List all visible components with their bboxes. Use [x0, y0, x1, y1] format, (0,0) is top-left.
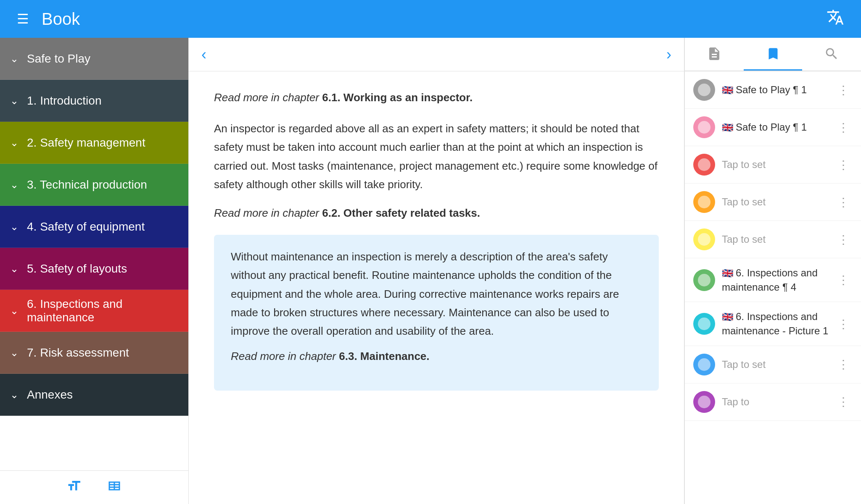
bookmark-text: 🇬🇧Safe to Play ¶ 1: [722, 120, 834, 134]
bookmark-more-button[interactable]: ⋮: [834, 395, 853, 409]
bookmark-avatar: [693, 313, 715, 335]
sidebar-item-label: 7. Risk assessment: [27, 346, 129, 360]
bookmarks-tabs: [685, 38, 861, 71]
sidebar-item-label: 3. Technical production: [27, 178, 147, 192]
chevron-icon: ⌄: [10, 95, 18, 107]
bookmark-avatar: [693, 116, 715, 138]
sidebar-item-safety-layouts[interactable]: ⌄ 5. Safety of layouts: [0, 248, 188, 290]
translate-icon[interactable]: [827, 8, 844, 30]
sidebar-item-label: 2. Safety management: [27, 136, 145, 150]
bookmark-text-muted: Tap to: [722, 395, 834, 409]
sidebar-bottom-toolbar: [0, 470, 188, 504]
sidebar-item-label: 6. Inspections and maintenance: [27, 297, 178, 324]
app-title: Book: [42, 10, 80, 29]
bookmark-text: 🇬🇧Safe to Play ¶ 1: [722, 83, 834, 97]
adjust-text-size-icon[interactable]: [66, 478, 82, 496]
chevron-icon: ⌄: [10, 179, 18, 191]
tab-bookmarks[interactable]: [744, 38, 803, 71]
chevron-icon: ⌄: [10, 263, 18, 275]
bookmark-text: 🇬🇧6. Inspections and maintenance - Pictu…: [722, 310, 834, 338]
bookmark-text-muted: Tap to set: [722, 158, 834, 172]
bookmark-more-button[interactable]: ⋮: [834, 158, 853, 172]
sidebar-item-safety-equipment[interactable]: ⌄ 4. Safety of equipment: [0, 206, 188, 248]
bookmark-item[interactable]: Tap to set ⋮: [685, 346, 861, 383]
bookmark-more-button[interactable]: ⋮: [834, 233, 853, 247]
sidebar-item-label: Safe to Play: [27, 52, 90, 66]
bookmark-item[interactable]: Tap to set ⋮: [685, 146, 861, 184]
sidebar-item-safety-management[interactable]: ⌄ 2. Safety management: [0, 122, 188, 164]
chevron-icon: ⌄: [10, 53, 18, 65]
bookmark-avatar: [693, 79, 715, 101]
sidebar-item-risk-assessment[interactable]: ⌄ 7. Risk assessment: [0, 332, 188, 374]
chevron-icon: ⌄: [10, 137, 18, 149]
bookmark-text-muted: Tap to set: [722, 195, 834, 209]
hamburger-icon[interactable]: ☰: [17, 11, 29, 27]
bookmark-more-button[interactable]: ⋮: [834, 83, 853, 97]
highlighted-paragraph: Without maintenance an inspection is mer…: [231, 247, 642, 340]
bookmark-avatar: [693, 191, 715, 213]
sidebar-item-label: 1. Introduction: [27, 94, 101, 108]
bookmark-item[interactable]: 🇬🇧6. Inspections and maintenance ¶ 4 ⋮: [685, 258, 861, 302]
sidebar-item-label: 5. Safety of layouts: [27, 262, 127, 276]
next-page-button[interactable]: ›: [666, 46, 671, 63]
sidebar-item-introduction[interactable]: ⌄ 1. Introduction: [0, 80, 188, 122]
bookmark-avatar: [693, 154, 715, 176]
tab-contents[interactable]: [685, 38, 744, 71]
sidebar-item-annexes[interactable]: ⌄ Annexes: [0, 374, 188, 416]
bookmark-item[interactable]: Tap to ⋮: [685, 383, 861, 421]
bookmark-item[interactable]: 🇬🇧Safe to Play ¶ 1 ⋮: [685, 71, 861, 109]
content-paragraph-1: An inspector is regarded above all as an…: [214, 119, 659, 194]
bookmark-more-button[interactable]: ⋮: [834, 317, 853, 331]
bookmark-avatar: [693, 269, 715, 291]
sidebar-item-technical-production[interactable]: ⌄ 3. Technical production: [0, 164, 188, 206]
chevron-icon: ⌄: [10, 347, 18, 359]
sidebar-item-inspections[interactable]: ⌄ 6. Inspections and maintenance: [0, 290, 188, 332]
sidebar-item-label: Annexes: [27, 388, 73, 402]
bookmarks-panel: 🇬🇧Safe to Play ¶ 1 ⋮ 🇬🇧Safe to Play ¶ 1 …: [684, 38, 861, 504]
prev-page-button[interactable]: ‹: [201, 46, 206, 63]
bookmark-text-muted: Tap to set: [722, 357, 834, 372]
chevron-icon: ⌄: [10, 305, 18, 317]
bookmark-item[interactable]: 🇬🇧Safe to Play ¶ 1 ⋮: [685, 109, 861, 146]
bookmark-avatar: [693, 228, 715, 250]
sidebar-item-safe-to-play[interactable]: ⌄ Safe to Play: [0, 38, 188, 80]
bookmark-more-button[interactable]: ⋮: [834, 273, 853, 287]
reader-panel: ‹ › Read more in chapter 6.1. Working as…: [188, 38, 684, 504]
bookmark-avatar: [693, 391, 715, 413]
bookmark-more-button[interactable]: ⋮: [834, 121, 853, 134]
bookmark-item[interactable]: 🇬🇧6. Inspections and maintenance - Pictu…: [685, 302, 861, 346]
main-content: ⌄ Safe to Play ⌄ 1. Introduction ⌄ 2. Sa…: [0, 38, 861, 504]
sidebar: ⌄ Safe to Play ⌄ 1. Introduction ⌄ 2. Sa…: [0, 38, 188, 504]
chapter-ref-1: Read more in chapter 6.1. Working as an …: [214, 88, 659, 107]
header-left: ☰ Book: [17, 10, 80, 29]
bookmark-text: 🇬🇧6. Inspections and maintenance ¶ 4: [722, 266, 834, 294]
highlighted-content-block: Without maintenance an inspection is mer…: [214, 235, 659, 391]
bookmark-item[interactable]: Tap to set ⋮: [685, 184, 861, 221]
bookmark-more-button[interactable]: ⋮: [834, 357, 853, 371]
tab-search[interactable]: [802, 38, 861, 71]
chapter-ref-2: Read more in chapter 6.2. Other safety r…: [214, 204, 659, 222]
app-header: ☰ Book: [0, 0, 861, 38]
bookmark-avatar: [693, 354, 715, 375]
chevron-icon: ⌄: [10, 389, 18, 401]
chapter-ref-3: Read more in chapter 6.3. Maintenance.: [231, 347, 642, 365]
chevron-icon: ⌄: [10, 221, 18, 233]
reader-content[interactable]: Read more in chapter 6.1. Working as an …: [189, 71, 684, 504]
reader-navigation: ‹ ›: [189, 38, 684, 71]
sidebar-item-label: 4. Safety of equipment: [27, 220, 145, 234]
bookmark-item[interactable]: Tap to set ⋮: [685, 221, 861, 258]
bookmark-text-muted: Tap to set: [722, 232, 834, 247]
expand-layout-icon[interactable]: [107, 478, 122, 496]
bookmark-more-button[interactable]: ⋮: [834, 195, 853, 209]
bookmarks-list: 🇬🇧Safe to Play ¶ 1 ⋮ 🇬🇧Safe to Play ¶ 1 …: [685, 71, 861, 504]
